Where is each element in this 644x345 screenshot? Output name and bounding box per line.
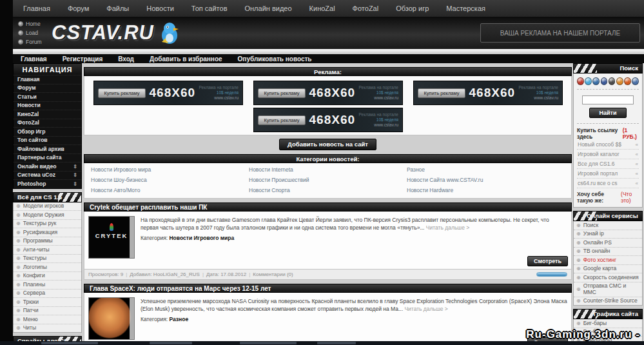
buy-link-title[interactable]: Купить ссылку здесь — [577, 127, 623, 140]
author-link[interactable]: Добавил: HooLiGaN_26_RUS — [130, 271, 200, 277]
nav-item[interactable]: ФотоZal ⇕ — [14, 119, 81, 128]
taskbar-button[interactable] — [41, 342, 98, 344]
rating-indicator[interactable] — [536, 272, 567, 277]
read-more-link[interactable]: Читать дальше > — [404, 306, 447, 312]
search-input[interactable] — [582, 95, 634, 104]
paid-link[interactable]: Игровой портал « — [577, 169, 639, 179]
buy-ad-button[interactable]: Купить рекламу — [258, 115, 306, 125]
ad-banner[interactable]: Купить рекламу 468X60 Реклама на портале… — [253, 108, 403, 132]
site-logo[interactable]: CSTAV.RU — [52, 20, 182, 46]
ad-banner[interactable]: Купить рекламу 468X60 Реклама на портале… — [93, 81, 243, 105]
top-menu-item[interactable]: ФотоZal — [353, 5, 379, 12]
news-title[interactable]: Глава SpaceX: люди отправятся на Марс че… — [84, 284, 572, 293]
read-more-link[interactable]: Читать дальше > — [426, 224, 469, 231]
news-category-link[interactable]: Новости Hardware — [407, 185, 565, 195]
rss-icon[interactable] — [624, 77, 631, 85]
service-link[interactable]: ⊕ ТВ онлайн — [574, 248, 642, 257]
nav-item[interactable]: Онлайн видео ⇕ — [14, 162, 81, 171]
nav-item[interactable]: Обзор Игр ⇕ — [14, 127, 81, 136]
sub-menu-item[interactable]: Главная — [21, 55, 47, 63]
service-link[interactable]: ⊕ Фото хостинг — [574, 256, 642, 265]
nav-item[interactable]: Файловый архив ⇕ — [14, 144, 81, 153]
cs-category-link[interactable]: ⊕ Модели Оружия — [14, 211, 81, 220]
what-is-link[interactable]: (Что это) — [621, 191, 639, 204]
cs-category-link[interactable]: ⊕ Текстуры рук — [14, 220, 81, 229]
service-link[interactable]: ⊕ Узнай ip — [574, 230, 642, 239]
cs-category-link[interactable]: ⊕ Сервера — [14, 290, 81, 299]
top-menu-item[interactable]: Форум — [68, 5, 89, 12]
ad-banner[interactable]: Купить рекламу 468X60 Реклама на портале… — [253, 81, 403, 105]
nav-item[interactable]: Photoshop ⇕ — [14, 179, 81, 188]
top-menu-item[interactable]: КиноZal — [309, 5, 335, 12]
category-value[interactable]: Новости Игрового мира — [169, 235, 234, 241]
cs-category-link[interactable]: ⊕ Читы — [14, 324, 81, 333]
ad-banner[interactable]: Купить рекламу 468X60 Реклама на портале… — [413, 81, 563, 105]
nav-item[interactable]: Форум ⇕ — [14, 84, 81, 93]
cs-category-link[interactable]: ⊕ Текстуры — [14, 255, 81, 264]
news-category-link[interactable]: Новости Авто/Мото — [91, 185, 249, 195]
twitter-icon[interactable] — [585, 77, 592, 85]
sub-menu-item[interactable]: Вход — [118, 55, 134, 63]
comments-link[interactable]: Комментарии (0) — [253, 271, 293, 277]
news-category-link[interactable]: Новости Спорта — [249, 185, 407, 195]
cs-category-link[interactable]: ⊕ Логотипы — [14, 263, 81, 272]
nav-item[interactable]: Партнеры сайта ⇕ — [14, 153, 81, 163]
quick-link[interactable]: Load — [18, 28, 42, 37]
buy-ad-button[interactable]: Купить рекламу — [418, 88, 465, 98]
profile-icon[interactable] — [632, 77, 639, 85]
news-category-link[interactable]: Новости Происшествий — [249, 175, 407, 185]
quick-link[interactable]: Home — [18, 19, 42, 28]
taskbar[interactable] — [0, 341, 644, 345]
top-menu-item[interactable]: Онлайн видео — [244, 5, 291, 12]
news-category-link[interactable]: Новости Шоу-бизнеса — [91, 175, 249, 185]
taskbar-button[interactable] — [240, 342, 297, 344]
bookmark-icon[interactable] — [609, 77, 616, 85]
star-icon[interactable] — [577, 77, 584, 85]
cs-category-link[interactable]: ⊕ Русификация — [14, 228, 81, 237]
taskbar-button[interactable] — [317, 342, 356, 344]
service-link[interactable]: ⊕ Скорость соединения — [574, 273, 642, 282]
search-find-button[interactable]: Найти — [589, 108, 627, 118]
news-thumbnail-mars[interactable] — [88, 297, 135, 340]
nav-item[interactable]: Система uCoz ⇕ — [14, 171, 81, 180]
facebook-icon[interactable] — [601, 77, 608, 85]
cs-category-link[interactable]: ⊕ Плагины — [14, 281, 81, 290]
top-menu-item[interactable]: Главная — [23, 5, 50, 12]
cs-category-link[interactable]: ⊕ Меню — [14, 315, 81, 324]
cs-category-link[interactable]: ⊕ Модели игроков — [14, 202, 81, 212]
service-link[interactable]: ⊕ Онлайн PS — [574, 239, 642, 248]
cs-category-link[interactable]: ⊕ Конфиги — [14, 272, 81, 281]
cs-category-link[interactable]: ⊕ Программы — [14, 237, 81, 246]
news-category-link[interactable]: Новости Сайта www.CSTAV.ru — [407, 175, 565, 185]
watch-button[interactable]: Смотреть — [527, 256, 568, 266]
nav-item[interactable]: Топ сайтов ⇕ — [14, 136, 81, 145]
globe-icon[interactable] — [616, 77, 623, 85]
news-title[interactable]: Crytek обещает расплавить наши ПК — [84, 202, 572, 212]
paid-link[interactable]: Новый способ $$ « — [577, 140, 639, 150]
paid-link[interactable]: Все для CS1.6 « — [577, 159, 639, 169]
news-category-link[interactable]: Разное — [407, 164, 565, 175]
top-menu-item[interactable]: Топ сайтов — [191, 5, 228, 12]
service-link[interactable]: ⊕ Counter-Strike Source — [574, 297, 642, 306]
nav-item[interactable]: Главная ⇕ — [14, 75, 81, 84]
top-menu-item[interactable]: Новости — [146, 5, 174, 12]
add-news-button[interactable]: Добавить новость на сайт — [279, 139, 376, 150]
service-link[interactable]: ⊕ Отправка СМС и ММС — [574, 282, 642, 297]
sub-menu-item[interactable]: Регистрация — [63, 55, 103, 63]
top-menu-item[interactable]: Файлы — [106, 5, 129, 12]
top-menu-item[interactable]: Мастерская — [446, 5, 485, 12]
nav-item[interactable]: КиноZal ⇕ — [14, 110, 81, 119]
sub-menu-item[interactable]: Опубликовать новость — [238, 55, 312, 63]
taskbar-button[interactable] — [150, 342, 192, 344]
sub-menu-item[interactable]: Добавить в избранное — [150, 55, 222, 63]
cs-category-link[interactable]: ⊕ Трюки — [14, 298, 81, 307]
news-category-link[interactable]: Новости Interneta — [249, 164, 407, 175]
service-link[interactable]: ⊕ Google карта — [574, 265, 642, 274]
service-link[interactable]: ⊕ Поиск — [574, 221, 642, 230]
category-value[interactable]: Разное — [169, 316, 188, 322]
paid-link[interactable]: cs64.ru все о cs « — [577, 179, 639, 188]
nav-item[interactable]: Новости ⇕ — [14, 101, 81, 110]
quick-link[interactable]: Forum — [18, 37, 42, 46]
paid-link[interactable]: Игровой каталог « — [577, 150, 639, 159]
browser-icon[interactable] — [592, 77, 600, 85]
